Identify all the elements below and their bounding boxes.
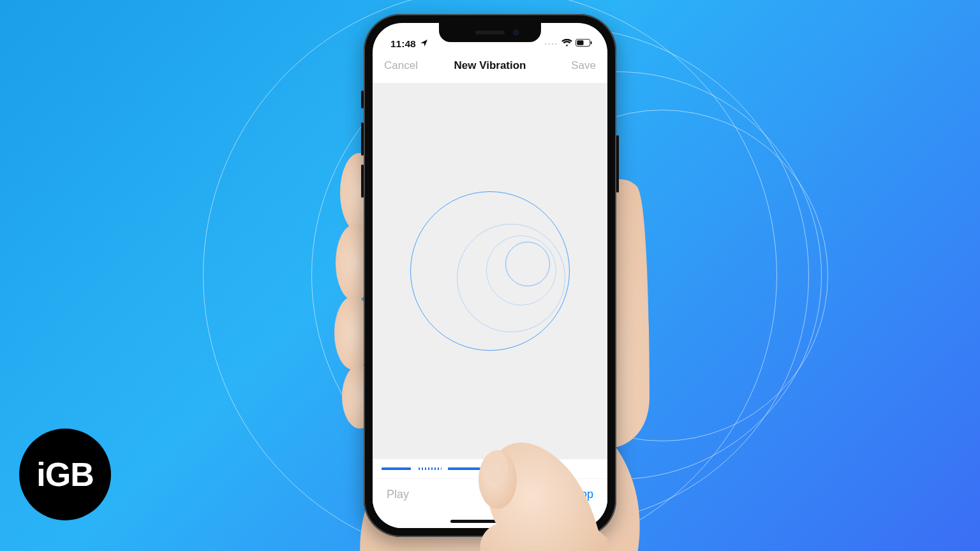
page-title: New Vibration — [454, 59, 526, 72]
phone-notch — [439, 23, 541, 42]
location-arrow-icon — [420, 38, 428, 50]
save-button[interactable]: Save — [555, 59, 596, 72]
volume-down-button — [361, 165, 364, 198]
wifi-icon — [561, 38, 572, 50]
vibration-pattern-track — [373, 459, 607, 478]
battery-half-icon — [575, 38, 592, 50]
svg-rect-5 — [591, 41, 592, 45]
pattern-segment-gap — [443, 467, 447, 470]
phone-screen: 11:48 ···· Cancel Ne — [373, 23, 607, 528]
pattern-segment-gap — [412, 467, 417, 470]
cell-signal-icon: ···· — [545, 40, 558, 48]
tap-ripple-rings — [407, 188, 573, 354]
nav-bar: Cancel New Vibration Save — [373, 52, 607, 79]
vibration-tap-area[interactable] — [373, 83, 607, 459]
stop-button[interactable]: Stop — [570, 488, 593, 501]
pattern-segment-dots — [419, 467, 442, 470]
mute-switch — [361, 91, 364, 108]
pattern-segment-on — [382, 467, 411, 470]
home-indicator[interactable] — [450, 520, 530, 523]
cancel-button[interactable]: Cancel — [384, 59, 425, 72]
status-time: 11:48 — [390, 38, 416, 50]
toolbar: Play Stop — [373, 478, 607, 511]
igb-logo-badge: iGB — [19, 429, 111, 520]
phone-frame: 11:48 ···· Cancel Ne — [364, 14, 616, 537]
pattern-segment-on — [448, 467, 491, 470]
svg-rect-6 — [577, 40, 583, 45]
logo-letters-gb: GB — [45, 455, 94, 494]
play-button[interactable]: Play — [387, 488, 409, 501]
logo-letter-i: i — [36, 455, 45, 494]
power-button — [616, 135, 619, 193]
volume-up-button — [361, 122, 364, 156]
tap-ring-4 — [505, 242, 550, 286]
